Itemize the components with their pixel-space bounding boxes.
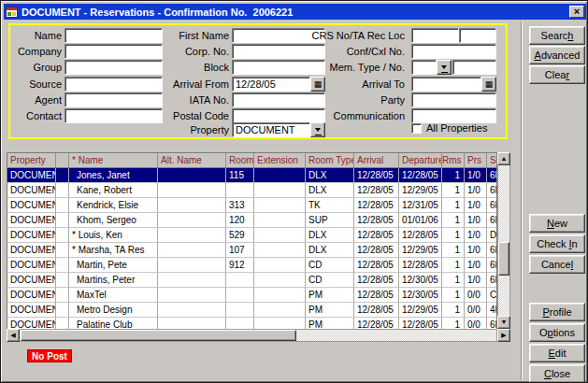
search-button[interactable]: Search (529, 26, 585, 45)
cell-flag (56, 198, 69, 213)
cell-room_type: TK (306, 198, 354, 213)
ta-rec-loc-input[interactable] (459, 28, 496, 43)
cell-status: DUE (487, 228, 496, 243)
table-row[interactable]: DOCUMENTKendrick, Elsie313TK12/28/0512/3… (7, 198, 496, 213)
cell-flag (56, 288, 69, 303)
scroll-down-icon[interactable]: ▼ (497, 316, 510, 329)
column-header-room_type: Room Type (306, 153, 354, 167)
arrival-from-input[interactable] (232, 77, 310, 92)
all-properties-checkbox[interactable] (411, 123, 422, 134)
party-input[interactable] (411, 92, 496, 107)
check-in-button[interactable]: Check In (529, 234, 585, 253)
table-row[interactable]: DOCUMENT* Marsha, TA Res107DLX12/28/0512… (7, 243, 496, 258)
cell-room_type: DLX (306, 228, 354, 243)
options-button[interactable]: Options (529, 323, 585, 342)
cell-departure: 12/29/05 (399, 303, 442, 318)
cell-room_type: DLX (306, 168, 354, 183)
source-input[interactable] (65, 77, 163, 92)
cell-alt_name (158, 243, 226, 258)
agent-input[interactable] (65, 92, 163, 107)
table-row[interactable]: DOCUMENTMartins, PeterCD12/28/0512/30/05… (7, 273, 496, 288)
close-button[interactable]: Close (529, 364, 585, 383)
cell-flag (56, 273, 69, 288)
cell-room (226, 273, 254, 288)
table-row[interactable]: DOCUMENTKhom, Sergeo120SUP12/28/0501/01/… (7, 213, 496, 228)
table-row[interactable]: DOCUMENT* Louis, Ken529DLX12/28/0512/28/… (7, 228, 496, 243)
group-input[interactable] (65, 60, 163, 75)
cell-flag (56, 243, 69, 258)
scroll-left-icon[interactable]: ◀ (7, 329, 20, 342)
titlebar[interactable]: DOCUMENT - Reservations - Confirmation N… (4, 4, 586, 20)
profile-button[interactable]: Profile (529, 303, 585, 321)
cell-status: 6PM (487, 183, 496, 198)
cell-alt_name (158, 258, 226, 273)
cell-room (226, 288, 254, 303)
horizontal-scrollbar[interactable] (7, 329, 497, 342)
table-row[interactable]: DOCUMENTMetro DesignPM12/28/0512/29/0510… (7, 303, 496, 318)
cell-departure: 12/28/05 (399, 168, 442, 183)
cell-status: 6PM (487, 273, 496, 288)
arrival-to-calendar-button[interactable]: ▦ (481, 77, 496, 92)
property-dropdown-button[interactable] (310, 122, 325, 137)
party-label: Party (308, 93, 405, 106)
vertical-scrollbar[interactable] (497, 152, 510, 329)
vertical-scrollbar-thumb[interactable] (498, 242, 509, 276)
cell-prs: 1/0 (465, 168, 487, 183)
table-row[interactable]: DOCUMENTMartin, Pete912CD12/28/0512/28/0… (7, 258, 496, 273)
cell-departure: 12/28/05 (399, 228, 442, 243)
cell-name: Metro Design (69, 303, 158, 318)
cell-room_type: DLX (306, 243, 354, 258)
crs-no-label: CRS No/TA Rec Loc (308, 29, 405, 42)
cell-status: 6PM (487, 168, 496, 183)
cell-rms: 1 (442, 183, 465, 198)
horizontal-scrollbar-thumb[interactable] (21, 330, 296, 341)
mem-type-input[interactable] (411, 60, 437, 75)
cell-arrival: 12/28/05 (354, 168, 399, 183)
cell-rms: 1 (442, 243, 465, 258)
advanced-button[interactable]: Advanced (529, 46, 585, 64)
cancel-button[interactable]: Cancel (529, 255, 585, 274)
cell-extension (254, 213, 306, 228)
dropdown-bar-icon (441, 72, 448, 73)
column-header-property: Property (7, 153, 56, 167)
table-row[interactable]: DOCUMENTMaxTelPM12/28/0512/30/0510/0CO (7, 288, 496, 303)
communication-input[interactable] (411, 108, 496, 123)
source-label: Source (12, 78, 62, 91)
cell-room_type: PM (306, 303, 354, 318)
crs-no-input[interactable] (411, 28, 459, 43)
contact-input[interactable] (65, 108, 163, 123)
column-header-rms: Rms (442, 153, 465, 167)
cell-room_type: SUP (306, 213, 354, 228)
property-input[interactable] (232, 122, 310, 137)
cell-room: 120 (226, 213, 254, 228)
cell-extension (254, 198, 306, 213)
mem-no-input[interactable] (452, 60, 496, 75)
cell-room: 313 (226, 198, 254, 213)
name-input[interactable] (65, 28, 163, 43)
column-header-room: Room (226, 153, 254, 167)
cell-flag (56, 258, 69, 273)
cell-room_type: CD (306, 273, 354, 288)
table-row[interactable]: DOCUMENTKane, RobertDLX12/28/0512/29/051… (7, 183, 496, 198)
mem-type-dropdown-button[interactable] (437, 60, 452, 75)
arrival-to-input[interactable] (411, 77, 481, 92)
cell-rms: 1 (442, 288, 465, 303)
conf-cxl-no-input[interactable] (411, 44, 496, 59)
column-header-status: Status (487, 153, 496, 167)
close-icon[interactable]: × (569, 6, 584, 18)
cell-prs: 1/0 (465, 183, 487, 198)
edit-button[interactable]: Edit (529, 344, 585, 362)
cell-extension (254, 228, 306, 243)
dropdown-arrow-icon (441, 65, 447, 72)
cell-departure: 12/29/05 (399, 183, 442, 198)
company-input[interactable] (65, 44, 163, 59)
scroll-up-icon[interactable]: ▲ (497, 152, 510, 165)
clear-button[interactable]: Clear (529, 65, 585, 84)
cell-extension (254, 258, 306, 273)
grid-body: DOCUMENTJones, Janet115DLX12/28/0512/28/… (7, 168, 496, 329)
conf-cxl-no-label: Conf/Cxl No. (308, 45, 405, 58)
scroll-right-icon[interactable]: ▶ (497, 329, 510, 342)
new-button[interactable]: New (529, 214, 585, 233)
property-label: Property (156, 123, 229, 136)
table-row[interactable]: DOCUMENTJones, Janet115DLX12/28/0512/28/… (7, 168, 496, 183)
